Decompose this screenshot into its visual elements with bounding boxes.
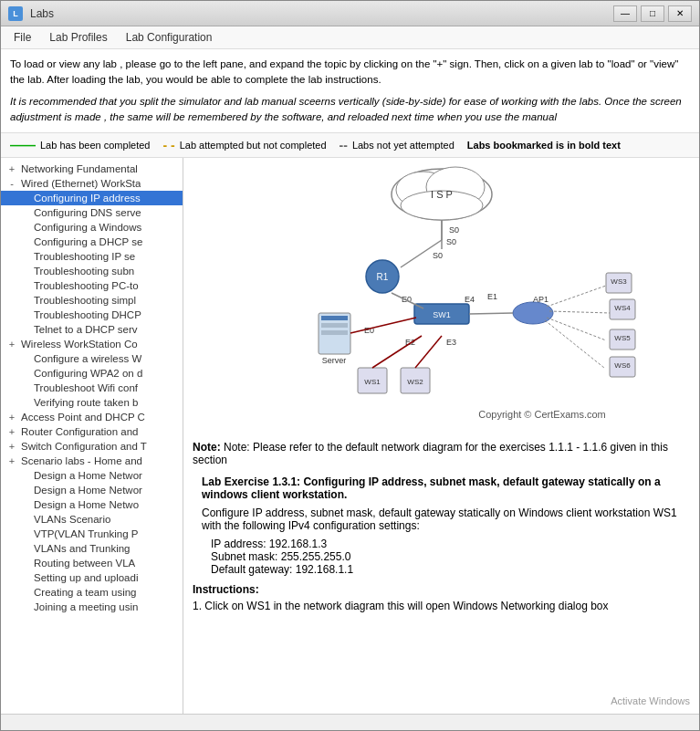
bookmarked-label: Labs bookmarked is in bold text [467,140,621,151]
svg-line-40 [350,318,416,333]
svg-text:I S P: I S P [431,189,453,200]
tree-item-label: Verifying route taken b [34,397,138,408]
legend-completed: —— Lab has been completed [10,138,150,152]
tree-expand-icon: + [5,163,19,174]
tree-item-configure-wireless[interactable]: Configure a wireless W [1,351,183,366]
svg-rect-35 [321,316,348,320]
legend-attempted: - - Lab attempted but not completed [162,138,326,152]
menu-lab-profiles[interactable]: Lab Profiles [40,28,116,47]
info-text-1: To load or view any lab , please go to t… [10,57,690,89]
svg-line-45 [372,336,422,368]
tree-item-telnet-dhcp[interactable]: Telnet to a DHCP serv [1,322,183,337]
menu-bar: File Lab Profiles Lab Configuration [1,26,699,49]
svg-text:AP1: AP1 [533,295,549,304]
tree-item-label: Wired (Ethernet) WorkSta [21,178,141,189]
tree-item-troubleshooting-subn[interactable]: Troubleshooting subn [1,264,183,278]
tree-item-label: Joining a meeting usin [34,601,138,612]
tree-item-configuring-windows[interactable]: Configuring a Windows [1,220,183,235]
tree-item-switch-config[interactable]: +Switch Configuration and T [1,439,183,454]
svg-rect-36 [321,323,348,328]
minimize-button[interactable]: — [613,5,637,22]
tree-item-access-point-dhcp[interactable]: +Access Point and DHCP C [1,410,183,424]
tree-item-vlans-scenario[interactable]: VLANs Scenario [1,512,183,527]
tree-item-label: Configuring DNS serve [34,207,141,218]
lab-description: Configure IP address, subnet mask, defau… [202,506,681,532]
svg-line-25 [545,320,604,368]
tree-item-troubleshooting-ip-se[interactable]: Troubleshooting IP se [1,249,183,264]
svg-text:WS2: WS2 [407,378,423,386]
left-pane[interactable]: +Networking Fundamental-Wired (Ethernet)… [1,158,183,714]
svg-line-21 [469,313,513,314]
svg-point-19 [513,302,553,324]
tree-item-label: Setting up and uploadi [34,572,138,583]
tree-item-verifying-route[interactable]: Verifying route taken b [1,395,183,410]
tree-item-networking-fundamental[interactable]: +Networking Fundamental [1,162,183,176]
tree-item-vtp-vlan[interactable]: VTP(VLAN Trunking P [1,527,183,541]
tree-item-label: Troubleshooting simpl [34,295,136,306]
menu-lab-config[interactable]: Lab Configuration [117,28,222,47]
window-controls: — □ ✕ [613,5,692,22]
legend-not-attempted: -- Labs not yet attempted [340,138,454,152]
tree-item-label: Creating a team using [34,587,137,598]
svg-text:S0: S0 [446,237,456,246]
tree-item-label: Configuring IP address [34,193,141,204]
legend-bookmarked: Labs bookmarked is in bold text [467,140,621,151]
config-details: IP address: 192.168.1.3 Subnet mask: 255… [211,538,672,576]
tree-item-label: Troubleshooting PC-to [34,280,139,291]
close-button[interactable]: ✕ [668,5,692,22]
not-attempted-icon: -- [340,138,348,152]
tree-item-design-home-3[interactable]: Design a Home Netwo [1,497,183,512]
tree-item-design-home-2[interactable]: Design a Home Networ [1,483,183,497]
tree-expand-icon: - [5,178,19,189]
tree-item-routing-between[interactable]: Routing between VLA [1,556,183,570]
config-subnet: Subnet mask: 255.255.255.0 [211,550,672,563]
tree-item-wireless-workstation[interactable]: +Wireless WorkStation Co [1,337,183,351]
menu-file[interactable]: File [5,28,40,47]
tree-item-router-config[interactable]: +Router Configuration and [1,424,183,439]
config-gateway: Default gateway: 192.168.1.1 [211,563,672,576]
completed-icon: —— [10,138,36,152]
tree-item-label: VTP(VLAN Trunking P [34,528,138,539]
svg-line-23 [549,311,611,313]
instructions-section: Instructions: 1. Click on WS1 in the net… [193,583,690,612]
tree-item-label: Access Point and DHCP C [21,412,145,423]
tree-item-label: Router Configuration and [21,426,139,437]
tree-expand-icon: + [5,412,19,423]
right-pane[interactable]: I S P R1 S0 S0 S0 SW1 [183,158,699,714]
tree-item-scenario-labs[interactable]: +Scenario labs - Home and [1,454,183,468]
config-ip: IP address: 192.168.1.3 [211,538,672,550]
tree-item-creating-team[interactable]: Creating a team using [1,585,183,600]
maximize-button[interactable]: □ [641,5,664,22]
svg-line-22 [547,286,606,307]
horizontal-scroll[interactable] [1,715,699,730]
svg-text:WS4: WS4 [614,304,631,312]
tree-item-design-home-1[interactable]: Design a Home Networ [1,468,183,483]
window-title: Labs [30,7,54,20]
tree-expand-icon: + [5,455,19,466]
main-area: +Networking Fundamental-Wired (Ethernet)… [1,158,699,714]
tree-item-configuring-wpa2[interactable]: Configuring WPA2 on d [1,366,183,381]
tree-expand-icon: + [5,426,19,437]
tree-item-troubleshooting-pc[interactable]: Troubleshooting PC-to [1,278,183,293]
tree-item-wired-ethernet[interactable]: -Wired (Ethernet) WorkSta [1,176,183,191]
tree-item-label: Configuring a Windows [34,222,141,233]
title-bar-left: L Labs [8,6,54,21]
svg-text:SW1: SW1 [433,310,451,319]
tree-item-troubleshoot-wifi[interactable]: Troubleshoot Wifi conf [1,381,183,395]
svg-text:S0: S0 [449,225,459,235]
svg-text:WS3: WS3 [611,277,627,286]
tree-item-joining-meeting[interactable]: Joining a meeting usin [1,600,183,614]
bottom-scrollbar[interactable] [1,714,699,730]
svg-text:WS5: WS5 [614,334,631,342]
svg-text:S0: S0 [433,251,443,260]
activate-watermark: Activate Windows [611,695,690,706]
tree-item-label: Wireless WorkStation Co [21,339,138,350]
tree-item-setting-up[interactable]: Setting up and uploadi [1,570,183,585]
tree-item-configuring-dhcp[interactable]: Configuring a DHCP se [1,235,183,249]
tree-item-configuring-dns[interactable]: Configuring DNS serve [1,205,183,220]
instructions-header: Instructions: [193,583,259,596]
tree-item-vlans-trunking[interactable]: VLANs and Trunking [1,541,183,556]
tree-item-configuring-ip[interactable]: Configuring IP address [1,191,183,205]
tree-item-troubleshooting-dhcp[interactable]: Troubleshooting DHCP [1,308,183,322]
tree-item-troubleshooting-simpl[interactable]: Troubleshooting simpl [1,293,183,308]
